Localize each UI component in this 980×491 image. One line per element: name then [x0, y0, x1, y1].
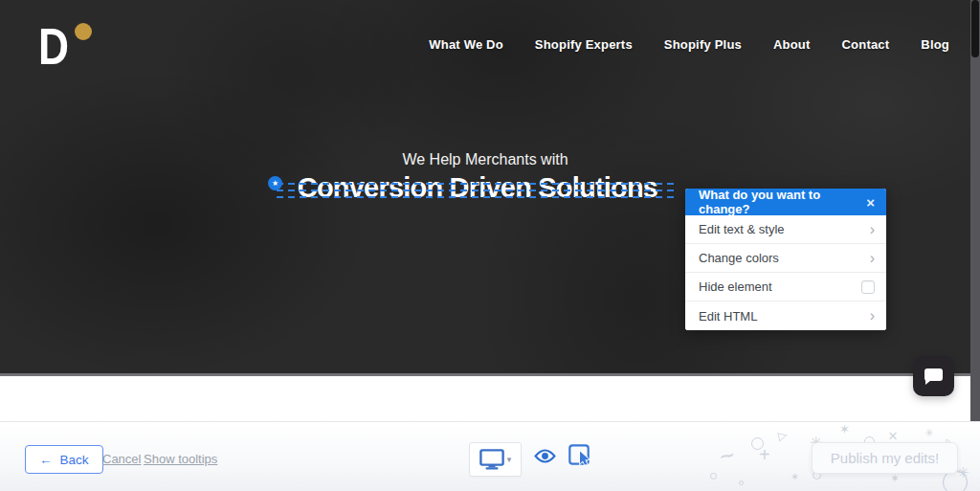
nav-item-shopify-experts[interactable]: Shopify Experts: [535, 37, 633, 52]
selection-dash-line: [277, 190, 679, 191]
menu-item-edit-text-style[interactable]: Edit text & style ›: [685, 215, 886, 244]
show-tooltips-link[interactable]: Show tooltips: [144, 452, 217, 466]
chevron-right-icon: ›: [870, 252, 875, 265]
site-white-section: [0, 379, 970, 421]
confetti-shape: +: [759, 445, 770, 464]
preview-eye-button[interactable]: [534, 449, 556, 466]
site-nav: What We Do Shopify Experts Shopify Plus …: [429, 37, 949, 52]
back-arrow-icon: ←: [39, 453, 53, 467]
confetti-shape: [751, 437, 764, 450]
caret-down-icon: ▾: [507, 455, 512, 464]
star-icon: ★: [272, 180, 278, 188]
publish-button[interactable]: Publish my edits!: [812, 442, 958, 474]
nav-item-what-we-do[interactable]: What We Do: [429, 37, 503, 52]
confetti-shape: [710, 473, 717, 480]
back-button[interactable]: ← Back: [25, 445, 103, 474]
select-element-button[interactable]: [568, 444, 590, 470]
confetti-shape: ✳: [924, 428, 933, 438]
confetti-shape: ✳: [957, 465, 969, 480]
logo-letter: D: [38, 21, 69, 71]
selection-dash-line: [277, 196, 679, 198]
eye-icon: [534, 449, 556, 463]
editor-toolbar: ~▷+✳✶×✳▷✶✳✶ ← Back Cancel Show tooltips …: [0, 421, 980, 491]
hero-kicker-text: We Help Merchants with: [0, 151, 970, 168]
nav-item-shopify-plus[interactable]: Shopify Plus: [664, 37, 742, 52]
nav-item-contact[interactable]: Contact: [842, 37, 890, 52]
scrollbar-thumb[interactable]: [971, 0, 979, 57]
chat-bubble-icon: [924, 368, 943, 381]
selected-element-star-badge: ★: [268, 176, 282, 190]
close-icon[interactable]: ×: [864, 194, 877, 211]
popup-header: What do you want to change? ×: [685, 189, 886, 215]
chat-launcher-button[interactable]: [913, 356, 954, 396]
selection-dash-line: [277, 183, 679, 185]
nav-item-blog[interactable]: Blog: [921, 37, 949, 52]
confetti-shape: ✶: [839, 423, 850, 435]
confetti-shape: ~: [717, 441, 737, 469]
desktop-monitor-icon: [479, 449, 504, 470]
editor-screen: D What We Do Shopify Experts Shopify Plu…: [0, 0, 980, 491]
confetti-shape: [739, 480, 744, 485]
menu-item-edit-html[interactable]: Edit HTML ›: [685, 301, 886, 330]
logo-dot-icon: [75, 23, 92, 40]
cancel-link[interactable]: Cancel: [102, 452, 141, 466]
confetti-shape: ✶: [890, 473, 900, 484]
chevron-right-icon: ›: [870, 223, 875, 236]
chevron-right-icon: ›: [870, 309, 875, 323]
popup-title: What do you want to change?: [699, 189, 864, 216]
select-element-cursor-icon: [568, 444, 590, 467]
device-preview-button[interactable]: ▾: [469, 442, 522, 477]
change-element-popup: What do you want to change? × Edit text …: [685, 189, 886, 330]
scrollbar[interactable]: [970, 0, 980, 421]
hide-element-checkbox[interactable]: [861, 280, 875, 294]
menu-item-hide-element[interactable]: Hide element: [685, 273, 886, 301]
menu-item-change-colors[interactable]: Change colors ›: [685, 244, 886, 273]
nav-item-about[interactable]: About: [773, 37, 811, 52]
site-logo[interactable]: D: [38, 21, 96, 71]
confetti-shape: ▷: [777, 429, 789, 442]
confetti-shape: ✶: [791, 472, 799, 482]
